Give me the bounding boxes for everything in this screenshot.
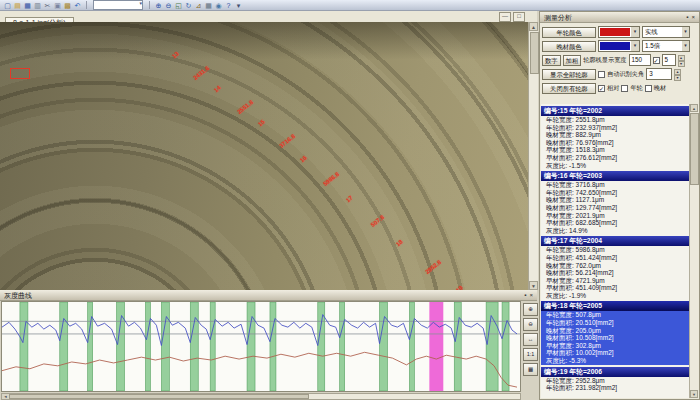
- scale-combo[interactable]: 1.5倍 ▾: [642, 40, 690, 52]
- ring-measurement[interactable]: 年轮面积: 20.510[mm2]: [541, 319, 690, 327]
- chevron-down-icon[interactable]: ▾: [139, 0, 142, 6]
- ring-measurement[interactable]: 灰度比: -1.5%: [541, 162, 690, 170]
- undo-icon[interactable]: ↶: [73, 1, 82, 10]
- scroll-up-icon[interactable]: ▲: [529, 22, 538, 31]
- help-icon[interactable]: ?: [224, 1, 233, 10]
- ring-measurement[interactable]: 早材面积: 451.409[mm2]: [541, 284, 690, 292]
- ring-color-picker[interactable]: ▾: [598, 26, 640, 38]
- ring-band[interactable]: [486, 302, 498, 391]
- ring-measurement[interactable]: 年轮宽度: 2551.8μm: [541, 116, 690, 124]
- chart-panel-titlebar[interactable]: 灰度曲线 ▪ ×: [0, 290, 537, 301]
- ring-entry[interactable]: 编号:15 年轮=2002年轮宽度: 2551.8μm年轮面积: 232.937…: [541, 106, 690, 169]
- ring-measurement[interactable]: 年轮面积: 451.424[mm2]: [541, 254, 690, 262]
- bold-button[interactable]: 加粗: [563, 55, 582, 66]
- ring-measurement[interactable]: 早材宽度: 4721.9μm: [541, 277, 690, 285]
- ring-entry[interactable]: 编号:19 年轮=2006年轮宽度: 2952.8μm年轮面积: 231.982…: [541, 367, 690, 392]
- scrollbar-thumb[interactable]: [530, 32, 539, 74]
- list-vertical-scrollbar[interactable]: ▲ ▼: [689, 104, 698, 398]
- ring-measurement[interactable]: 早材面积: 10.002[mm2]: [541, 349, 690, 357]
- outline-width-checkbox[interactable]: ✓: [653, 57, 660, 64]
- ring-measurement[interactable]: 晚材面积: 10.508[mm2]: [541, 334, 690, 342]
- ring-band[interactable]: [145, 302, 150, 391]
- latewood-checkbox[interactable]: [645, 85, 652, 92]
- rotate-icon[interactable]: ↻: [184, 1, 193, 10]
- ring-measurement[interactable]: 晚材面积: 56.214[mm2]: [541, 269, 690, 277]
- ring-measurement[interactable]: 年轮面积: 232.937[mm2]: [541, 124, 690, 132]
- chart-actual-size-button[interactable]: 1:1: [523, 348, 538, 361]
- ring-band[interactable]: [190, 302, 198, 391]
- show-all-outlines-button[interactable]: 显示全部轮廓: [542, 69, 596, 80]
- chevron-down-icon[interactable]: ▾: [682, 41, 689, 51]
- scrollbar-thumb[interactable]: [690, 113, 699, 185]
- ring-entry[interactable]: 编号:16 年轮=2003年轮宽度: 3716.8μm年轮面积: 742.650…: [541, 171, 690, 234]
- ring-entry-header[interactable]: 编号:15 年轮=2002: [541, 106, 690, 116]
- pin-icon[interactable]: ▪: [686, 12, 688, 22]
- outline-step-spinner[interactable]: ▴ ▾: [678, 55, 685, 65]
- ring-band[interactable]: [60, 302, 68, 391]
- gray-curve-chart[interactable]: [1, 301, 521, 392]
- scroll-up-icon[interactable]: ▲: [690, 104, 698, 112]
- settings-icon[interactable]: ◉: [214, 1, 223, 10]
- relative-checkbox[interactable]: ✓: [598, 85, 605, 92]
- auto-detect-checkbox[interactable]: [598, 71, 605, 78]
- minimize-icon[interactable]: —: [499, 12, 511, 22]
- ring-band[interactable]: [88, 302, 93, 391]
- ring-entry-header[interactable]: 编号:17 年轮=2004: [541, 236, 690, 246]
- ring-band[interactable]: [380, 302, 388, 391]
- scroll-down-icon[interactable]: ▼: [529, 281, 538, 290]
- paste-icon[interactable]: ▩: [63, 1, 72, 10]
- selected-ring-band[interactable]: [429, 302, 443, 391]
- latewood-color-picker[interactable]: ▾: [598, 40, 640, 52]
- chart-zoom-in-button[interactable]: ⊕: [523, 303, 538, 316]
- ring-entry-header[interactable]: 编号:19 年轮=2006: [541, 367, 690, 377]
- ring-band[interactable]: [161, 302, 169, 391]
- ring-measurement[interactable]: 灰度比: -1.9%: [541, 292, 690, 300]
- measure-icon[interactable]: ⊿: [194, 1, 203, 10]
- ring-entry-header[interactable]: 编号:16 年轮=2003: [541, 171, 690, 181]
- ring-checkbox[interactable]: [621, 85, 628, 92]
- ring-measurement[interactable]: 年轮宽度: 3716.8μm: [541, 181, 690, 189]
- ring-measurement[interactable]: 年轮面积: 231.982[mm2]: [541, 384, 690, 392]
- scrollbar-thumb[interactable]: [9, 394, 309, 399]
- open-file-icon[interactable]: ▤: [13, 1, 22, 10]
- spin-down-icon[interactable]: ▾: [674, 75, 681, 81]
- ring-band[interactable]: [454, 302, 461, 391]
- ring-measurement[interactable]: 灰度比: -5.3%: [541, 357, 690, 365]
- outline-width-value[interactable]: 150: [629, 54, 651, 66]
- ring-measurement[interactable]: 早材宽度: 302.8μm: [541, 342, 690, 350]
- ring-measurement[interactable]: 晚材面积: 129.774[mm2]: [541, 204, 690, 212]
- ring-band[interactable]: [409, 302, 414, 391]
- outline-step-value[interactable]: 5: [662, 54, 676, 66]
- spin-down-icon[interactable]: ▾: [678, 61, 685, 67]
- scroll-down-icon[interactable]: ▼: [690, 390, 698, 398]
- ring-band[interactable]: [210, 302, 215, 391]
- ring-measurement[interactable]: 早材宽度: 2021.9μm: [541, 212, 690, 220]
- grid-icon[interactable]: ▦: [204, 1, 213, 10]
- ring-measurement[interactable]: 年轮面积: 742.650[mm2]: [541, 189, 690, 197]
- auto-detect-value[interactable]: 3: [646, 68, 672, 80]
- zoom-out-icon[interactable]: ⊖: [164, 1, 173, 10]
- new-file-icon[interactable]: ▢: [3, 1, 12, 10]
- chevron-down-icon[interactable]: ▾: [682, 27, 689, 37]
- ring-color-button[interactable]: 年轮颜色: [542, 27, 596, 38]
- ring-band[interactable]: [502, 302, 509, 391]
- chart-options-button[interactable]: ▦: [523, 363, 538, 376]
- auto-detect-spinner[interactable]: ▴ ▾: [674, 69, 681, 79]
- close-all-outlines-button[interactable]: 关闭所有轮廓: [542, 83, 596, 94]
- ring-band[interactable]: [270, 302, 276, 391]
- image-vertical-scrollbar[interactable]: ▲ ▼: [528, 22, 538, 290]
- chart-fit-width-button[interactable]: ↔: [523, 333, 538, 346]
- ring-measurement[interactable]: 年轮宽度: 5986.8μm: [541, 246, 690, 254]
- close-icon[interactable]: ×: [691, 12, 695, 22]
- print-icon[interactable]: ▥: [33, 1, 42, 10]
- ring-measurement[interactable]: 晚材宽度: 882.9μm: [541, 131, 690, 139]
- digits-button[interactable]: 数字: [542, 55, 561, 66]
- save-icon[interactable]: ▦: [23, 1, 32, 10]
- ring-measurement[interactable]: 年轮宽度: 2952.8μm: [541, 377, 690, 385]
- close-icon[interactable]: ×: [529, 290, 533, 300]
- ring-measurement[interactable]: 晚材宽度: 205.0μm: [541, 327, 690, 335]
- scroll-left-icon[interactable]: ◄: [2, 394, 9, 399]
- ring-measurement[interactable]: 早材面积: 276.612[mm2]: [541, 154, 690, 162]
- fit-view-icon[interactable]: ◱: [174, 1, 183, 10]
- latewood-color-button[interactable]: 晚材颜色: [542, 41, 596, 52]
